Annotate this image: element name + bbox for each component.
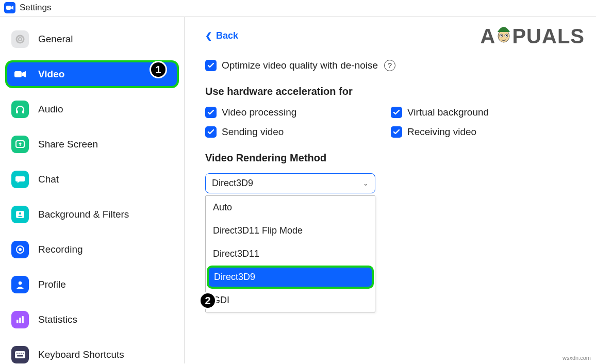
record-icon (11, 241, 29, 258)
sidebar-item-label: Keyboard Shortcuts (38, 349, 124, 360)
hw-accel-title: Use hardware acceleration for (205, 86, 575, 97)
svg-rect-13 (19, 318, 21, 323)
sidebar-item-label: Chat (38, 174, 59, 185)
render-method-select[interactable]: Direct3D9 ⌄ (205, 173, 375, 193)
headphones-icon (11, 101, 29, 118)
svg-point-25 (501, 35, 502, 36)
svg-rect-20 (17, 355, 23, 356)
svg-point-10 (19, 248, 22, 251)
checkbox-video-processing[interactable] (205, 107, 217, 118)
annotation-badge-1: 1 (150, 61, 167, 78)
sidebar-item-keyboard-shortcuts[interactable]: Keyboard Shortcuts (5, 341, 179, 364)
settings-content: ❮ Back Optimize video quality with de-no… (185, 17, 596, 363)
svg-rect-12 (16, 320, 19, 323)
checkbox-sending-video[interactable] (205, 126, 217, 138)
render-method-dropdown: Auto Direct3D11 Flip Mode Direct3D11 Dir… (205, 195, 375, 312)
sidebar-item-audio[interactable]: Audio (5, 95, 179, 123)
dropdown-option-gdi[interactable]: GDI (206, 289, 375, 312)
watermark-right: PUALS (512, 25, 585, 48)
chevron-down-icon: ⌄ (363, 179, 369, 187)
render-method-title: Video Rendering Method (205, 152, 575, 164)
zoom-icon (4, 2, 15, 13)
hw-virtual-background-label: Virtual background (407, 107, 489, 118)
annotation-badge-2: 2 (199, 292, 217, 309)
background-icon (11, 206, 29, 223)
svg-point-2 (19, 38, 22, 41)
svg-rect-14 (22, 316, 24, 323)
sidebar-item-general[interactable]: General (5, 25, 179, 53)
video-icon (11, 65, 29, 83)
checkbox-virtual-background[interactable] (391, 107, 402, 118)
appuals-watermark: A PUALS (481, 23, 585, 50)
hw-receiving-video-label: Receiving video (407, 126, 476, 138)
dropdown-option-d3d11-flip[interactable]: Direct3D11 Flip Mode (206, 219, 375, 242)
sidebar-item-chat[interactable]: Chat (5, 166, 179, 193)
stats-icon (11, 311, 29, 328)
window-titlebar: Settings (0, 0, 596, 17)
svg-rect-5 (22, 110, 24, 113)
gear-icon (11, 30, 29, 48)
sidebar-item-background-filters[interactable]: Background & Filters (5, 201, 179, 228)
sidebar-item-recording[interactable]: Recording (5, 236, 179, 263)
sidebar-item-label: Statistics (38, 314, 77, 325)
share-screen-icon (11, 136, 29, 153)
svg-rect-15 (15, 351, 25, 358)
checkbox-optimize-denoise[interactable] (205, 60, 217, 71)
sidebar-item-label: Profile (38, 279, 66, 290)
sidebar-item-label: Recording (38, 244, 83, 255)
checkbox-receiving-video[interactable] (391, 126, 402, 138)
svg-point-17 (19, 353, 20, 354)
sidebar-item-label: Video (38, 69, 64, 80)
source-label: wsxdn.com (562, 355, 591, 361)
svg-point-26 (506, 35, 507, 36)
profile-icon (11, 276, 29, 293)
svg-point-19 (23, 353, 24, 354)
svg-point-8 (19, 212, 21, 214)
sidebar-item-profile[interactable]: Profile (5, 271, 179, 299)
window-title: Settings (20, 3, 51, 13)
svg-point-18 (21, 353, 22, 354)
chevron-left-icon: ❮ (205, 31, 212, 41)
sidebar-item-label: General (38, 34, 73, 45)
dropdown-option-auto[interactable]: Auto (206, 196, 375, 219)
hw-sending-video-label: Sending video (222, 126, 284, 138)
sidebar-item-label: Audio (38, 104, 63, 115)
watermark-mascot-icon (493, 23, 514, 50)
render-method-value: Direct3D9 (212, 178, 253, 189)
svg-rect-3 (14, 71, 22, 77)
keyboard-icon (11, 346, 29, 363)
back-label: Back (216, 30, 238, 41)
svg-point-16 (16, 353, 18, 354)
svg-rect-0 (6, 6, 11, 10)
dropdown-option-d3d9[interactable]: Direct3D9 (207, 266, 374, 289)
dropdown-option-d3d11[interactable]: Direct3D11 (206, 242, 375, 266)
sidebar-item-share-screen[interactable]: Share Screen (5, 130, 179, 158)
optimize-label: Optimize video quality with de-noise (222, 60, 378, 71)
hw-video-processing-label: Video processing (222, 107, 296, 118)
chat-icon (11, 171, 29, 188)
svg-point-11 (19, 282, 22, 285)
sidebar-item-label: Background & Filters (38, 209, 129, 220)
svg-rect-4 (16, 110, 18, 113)
help-icon[interactable]: ? (384, 60, 395, 71)
sidebar-item-statistics[interactable]: Statistics (5, 306, 179, 334)
sidebar-item-label: Share Screen (38, 139, 98, 150)
